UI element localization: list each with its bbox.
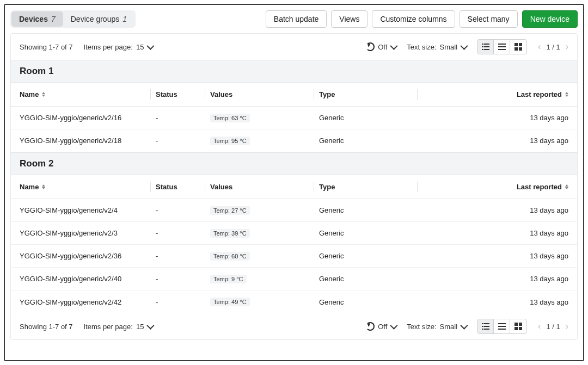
col-last-label: Last reported — [517, 183, 562, 191]
view-mode-list[interactable] — [494, 40, 510, 54]
cell-last-reported: 13 days ago — [530, 275, 568, 283]
cell-name: YGGIO-SIM-yggio/generic/v2/16 — [20, 114, 156, 122]
new-device-button[interactable]: New device — [522, 10, 578, 28]
cell-values: Temp: 49 °C — [210, 298, 319, 306]
page-prev[interactable]: ‹ — [538, 42, 541, 52]
svg-rect-22 — [514, 323, 518, 326]
cell-status: - — [156, 114, 210, 122]
svg-rect-8 — [498, 49, 506, 50]
svg-rect-13 — [482, 323, 483, 324]
svg-rect-2 — [482, 46, 483, 47]
col-values[interactable]: Values — [210, 83, 319, 106]
view-mode-list-grouped[interactable] — [477, 319, 494, 333]
view-mode-list-grouped[interactable] — [477, 40, 494, 54]
view-mode-list[interactable] — [494, 319, 510, 333]
cell-name: YGGIO-SIM-yggio/generic/v2/42 — [20, 298, 156, 306]
textsize-value: Small — [440, 43, 458, 51]
page-next[interactable]: › — [566, 321, 568, 331]
table-row[interactable]: YGGIO-SIM-yggio/generic/v2/4-Temp: 27 °C… — [11, 199, 577, 222]
group-header[interactable]: Room 1 — [11, 60, 577, 83]
text-size-select[interactable]: Text size: Small — [407, 43, 466, 51]
col-status[interactable]: Status — [156, 175, 210, 199]
svg-rect-23 — [519, 323, 522, 326]
view-mode-grid[interactable] — [510, 319, 526, 333]
view-mode-grid[interactable] — [510, 40, 526, 54]
page-indicator: 1 / 1 — [546, 43, 560, 51]
tab-devices[interactable]: Devices 7 — [11, 11, 63, 27]
value-chip: Temp: 9 °C — [210, 275, 247, 283]
batch-update-button[interactable]: Batch update — [266, 10, 327, 28]
table-row[interactable]: YGGIO-SIM-yggio/generic/v2/40-Temp: 9 °C… — [11, 268, 577, 290]
page-next[interactable]: › — [566, 42, 568, 52]
col-name[interactable]: Name — [20, 175, 156, 199]
cell-type: Generic — [319, 229, 422, 237]
tab-devices-count: 7 — [51, 15, 56, 23]
cell-status: - — [156, 206, 210, 214]
text-size-select[interactable]: Text size: Small — [407, 323, 466, 331]
svg-rect-10 — [519, 43, 522, 46]
col-last-label: Last reported — [517, 90, 562, 98]
tab-devices-label: Devices — [19, 15, 48, 23]
value-chip: Temp: 63 °C — [210, 114, 250, 122]
cell-status: - — [156, 137, 210, 145]
cell-status: - — [156, 298, 210, 306]
svg-rect-5 — [484, 49, 489, 50]
col-last-reported[interactable]: Last reported — [422, 175, 568, 199]
svg-rect-4 — [482, 49, 483, 50]
table-row[interactable]: YGGIO-SIM-yggio/generic/v2/16-Temp: 63 °… — [11, 107, 577, 129]
svg-rect-19 — [498, 323, 506, 324]
select-many-button[interactable]: Select many — [460, 10, 518, 28]
textsize-value: Small — [440, 323, 458, 331]
customize-columns-button[interactable]: Customize columns — [372, 10, 455, 28]
col-last-reported[interactable]: Last reported — [422, 83, 568, 106]
cell-last-reported: 13 days ago — [530, 229, 568, 237]
list-icon — [498, 322, 506, 331]
action-buttons: Batch update Views Customize columns Sel… — [266, 10, 578, 28]
items-per-page[interactable]: Items per page: 15 — [84, 43, 153, 51]
cell-type: Generic — [319, 275, 422, 283]
group-header[interactable]: Room 2 — [11, 152, 577, 175]
cell-name: YGGIO-SIM-yggio/generic/v2/3 — [20, 229, 156, 237]
table-row[interactable]: YGGIO-SIM-yggio/generic/v2/36-Temp: 60 °… — [11, 245, 577, 268]
page-prev[interactable]: ‹ — [538, 321, 541, 331]
cell-name: YGGIO-SIM-yggio/generic/v2/40 — [20, 275, 156, 283]
auto-refresh-toggle[interactable]: Off — [366, 322, 396, 331]
ipp-label: Items per page: — [84, 323, 133, 331]
col-status-label: Status — [156, 90, 177, 98]
pager-bottom: ‹ 1 / 1 › — [538, 321, 568, 331]
grid-icon — [514, 322, 523, 331]
grid-icon — [514, 42, 523, 51]
table-row[interactable]: YGGIO-SIM-yggio/generic/v2/3-Temp: 39 °C… — [11, 222, 577, 245]
cell-values: Temp: 9 °C — [210, 275, 319, 283]
svg-rect-21 — [498, 329, 506, 330]
value-chip: Temp: 27 °C — [210, 206, 250, 215]
cell-values: Temp: 60 °C — [210, 252, 319, 261]
cell-status: - — [156, 252, 210, 260]
showing-text: Showing 1-7 of 7 — [20, 43, 73, 51]
auto-refresh-toggle[interactable]: Off — [366, 42, 396, 51]
tab-device-groups[interactable]: Device groups 1 — [63, 11, 134, 27]
items-per-page[interactable]: Items per page: 15 — [84, 323, 153, 331]
col-type[interactable]: Type — [319, 83, 422, 106]
table-header: NameStatusValuesTypeLast reported — [11, 175, 577, 199]
list-grouped-icon — [481, 322, 490, 331]
cell-values: Temp: 63 °C — [210, 114, 319, 122]
svg-rect-0 — [482, 44, 483, 45]
refresh-value: Off — [378, 43, 387, 51]
toolbar-bottom: Showing 1-7 of 7 Items per page: 15 Off … — [11, 313, 577, 339]
chevron-down-icon — [147, 42, 155, 50]
cell-name: YGGIO-SIM-yggio/generic/v2/18 — [20, 137, 156, 145]
col-values[interactable]: Values — [210, 175, 319, 199]
chevron-down-icon — [460, 42, 468, 50]
value-chip: Temp: 60 °C — [210, 252, 250, 261]
table-row[interactable]: YGGIO-SIM-yggio/generic/v2/42-Temp: 49 °… — [11, 290, 577, 313]
views-button[interactable]: Views — [331, 10, 367, 28]
col-status[interactable]: Status — [156, 83, 210, 106]
col-type[interactable]: Type — [319, 175, 422, 199]
cell-last-reported: 13 days ago — [530, 206, 568, 214]
table-header: NameStatusValuesTypeLast reported — [11, 83, 577, 107]
table-row[interactable]: YGGIO-SIM-yggio/generic/v2/18-Temp: 95 °… — [11, 129, 577, 152]
col-name[interactable]: Name — [20, 83, 156, 106]
sort-icon — [42, 92, 45, 97]
sort-icon — [565, 92, 568, 97]
